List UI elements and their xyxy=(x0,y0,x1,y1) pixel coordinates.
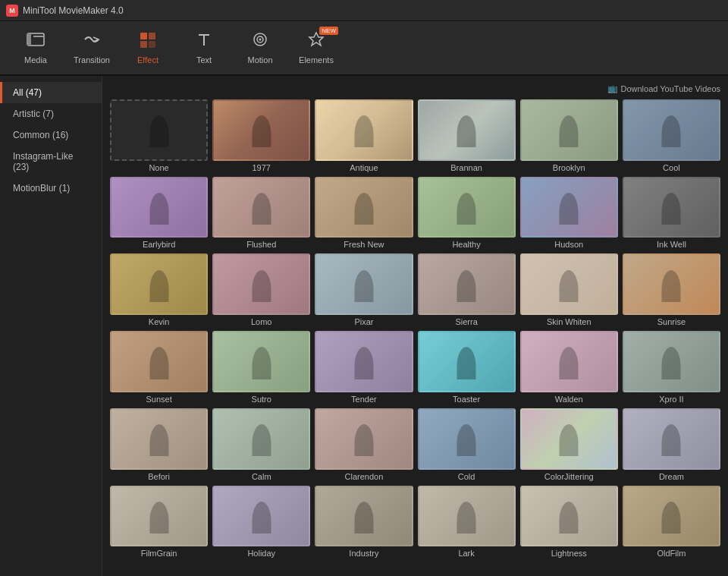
effect-item-dream[interactable]: Dream xyxy=(623,408,720,481)
effect-item-lightness[interactable]: Lightness xyxy=(520,486,618,559)
effect-item-befori[interactable]: Befori xyxy=(110,408,208,481)
effect-label-cold: Cold xyxy=(458,472,475,481)
effect-thumb-healthy xyxy=(418,177,516,238)
effect-item-hudson[interactable]: Hudson xyxy=(520,177,618,250)
svg-rect-6 xyxy=(149,41,155,48)
effect-label-befori: Befori xyxy=(148,472,170,481)
effect-thumb-xpro2 xyxy=(623,331,720,392)
effect-label-sunset: Sunset xyxy=(146,395,171,404)
effect-item-kevin[interactable]: Kevin xyxy=(110,253,208,326)
effect-label-earlybird: Earlybird xyxy=(143,240,175,249)
effect-label-cool: Cool xyxy=(663,163,680,172)
effect-item-sutro[interactable]: Sutro xyxy=(212,331,310,404)
effect-label: Effect xyxy=(137,55,158,65)
effect-label-tender: Tender xyxy=(351,395,377,404)
effect-label-oldfilm: OldFilm xyxy=(657,549,686,558)
effect-item-calm[interactable]: Calm xyxy=(212,408,310,481)
effect-thumb-lomo xyxy=(212,253,310,315)
effect-item-toaster[interactable]: Toaster xyxy=(418,331,516,404)
effect-thumb-calm xyxy=(212,408,310,470)
effect-label-dream: Dream xyxy=(659,472,684,481)
effect-item-holiday[interactable]: Holiday xyxy=(212,486,310,559)
svg-rect-3 xyxy=(140,33,147,39)
sidebar-item-common[interactable]: Common (16) xyxy=(0,124,102,146)
effect-item-skin-whiten[interactable]: Skin Whiten xyxy=(520,253,618,326)
effect-thumb-clarendon xyxy=(315,408,413,470)
effect-item-cold[interactable]: Cold xyxy=(418,408,516,481)
effect-item-walden[interactable]: Walden xyxy=(520,331,618,404)
effect-item-healthy[interactable]: Healthy xyxy=(418,177,516,250)
effect-label-antique: Antique xyxy=(350,163,378,172)
toolbar-item-elements[interactable]: ElementsNEW xyxy=(290,24,343,72)
effect-item-cool[interactable]: Cool xyxy=(623,99,720,172)
effect-item-filmgrain[interactable]: FilmGrain xyxy=(110,486,208,559)
effect-item-pixar[interactable]: Pixar xyxy=(315,253,413,326)
effect-thumb-oldfilm xyxy=(623,486,720,547)
effect-label-lark: Lark xyxy=(458,549,474,558)
effect-thumb-skin-whiten xyxy=(520,253,618,315)
effect-item-xpro2[interactable]: Xpro II xyxy=(623,331,720,404)
effect-item-oldfilm[interactable]: OldFilm xyxy=(623,486,720,559)
effect-item-industry[interactable]: Industry xyxy=(315,486,413,559)
effect-thumb-fresh-new xyxy=(315,177,413,238)
motion-label: Motion xyxy=(247,55,272,65)
effect-item-lomo[interactable]: Lomo xyxy=(212,253,310,326)
toolbar: Media Transition Effect Text Motion Elem… xyxy=(0,21,728,76)
media-icon xyxy=(27,31,45,52)
effect-item-antique[interactable]: Antique xyxy=(315,99,413,172)
effect-item-inkwell[interactable]: Ink Well xyxy=(623,177,720,250)
effect-item-clarendon[interactable]: Clarendon xyxy=(315,408,413,481)
content-area[interactable]: 📺 Download YouTube Videos None1977Antiqu… xyxy=(102,76,728,576)
effect-label-skin-whiten: Skin Whiten xyxy=(547,317,592,326)
toolbar-item-motion[interactable]: Motion xyxy=(234,24,287,72)
effect-item-tender[interactable]: Tender xyxy=(315,331,413,404)
effect-thumb-1977 xyxy=(212,99,310,161)
effect-thumb-tender xyxy=(315,331,413,392)
effect-item-sierra[interactable]: Sierra xyxy=(418,253,516,326)
effect-item-colorjittering[interactable]: ColorJittering xyxy=(520,408,618,481)
download-youtube-button[interactable]: 📺 Download YouTube Videos xyxy=(607,83,721,93)
effect-thumb-colorjittering xyxy=(520,408,618,470)
effect-item-flushed[interactable]: Flushed xyxy=(212,177,310,250)
sidebar-item-artistic[interactable]: Artistic (7) xyxy=(0,103,102,124)
effect-thumb-lark xyxy=(418,486,516,547)
toolbar-item-effect[interactable]: Effect xyxy=(121,24,174,72)
effect-label-filmgrain: FilmGrain xyxy=(141,549,177,558)
sidebar-item-all[interactable]: All (47) xyxy=(0,82,102,103)
effect-label-sunrise: Sunrise xyxy=(657,317,686,326)
download-icon: 📺 xyxy=(607,83,618,93)
effect-item-1977[interactable]: 1977 xyxy=(212,99,310,172)
effect-item-brannan[interactable]: Brannan xyxy=(418,99,516,172)
effect-thumb-cold xyxy=(418,408,516,470)
effect-item-sunset[interactable]: Sunset xyxy=(110,331,208,404)
effect-label-xpro2: Xpro II xyxy=(659,395,683,404)
effect-label-brooklyn: Brooklyn xyxy=(553,163,585,172)
effect-item-brooklyn[interactable]: Brooklyn xyxy=(520,99,618,172)
sidebar-item-instagram[interactable]: Instagram-Like (23) xyxy=(0,146,102,178)
sidebar-item-motionblur[interactable]: MotionBlur (1) xyxy=(0,178,102,199)
effect-thumb-befori xyxy=(110,408,208,470)
effect-thumb-hudson xyxy=(520,177,618,238)
effect-label-1977: 1977 xyxy=(253,163,271,172)
effect-label-colorjittering: ColorJittering xyxy=(544,472,594,481)
effect-label-walden: Walden xyxy=(555,395,583,404)
text-icon xyxy=(195,31,213,52)
effect-label-industry: Industry xyxy=(349,549,378,558)
text-label: Text xyxy=(196,55,212,65)
effect-item-fresh-new[interactable]: Fresh New xyxy=(315,177,413,250)
effect-label-inkwell: Ink Well xyxy=(657,240,686,249)
effect-icon xyxy=(139,31,157,52)
app-title: MiniTool MovieMaker 4.0 xyxy=(23,5,124,16)
motion-icon xyxy=(251,31,269,52)
effect-item-lark[interactable]: Lark xyxy=(418,486,516,559)
toolbar-item-transition[interactable]: Transition xyxy=(65,24,118,72)
effect-item-earlybird[interactable]: Earlybird xyxy=(110,177,208,250)
effect-label-toaster: Toaster xyxy=(453,395,480,404)
effect-label-sierra: Sierra xyxy=(455,317,477,326)
effect-item-sunrise[interactable]: Sunrise xyxy=(623,253,720,326)
effect-item-none[interactable]: None xyxy=(110,99,208,172)
toolbar-item-text[interactable]: Text xyxy=(177,24,231,72)
effect-label-brannan: Brannan xyxy=(450,163,482,172)
toolbar-item-media[interactable]: Media xyxy=(9,24,62,72)
effect-thumb-sutro xyxy=(212,331,310,392)
